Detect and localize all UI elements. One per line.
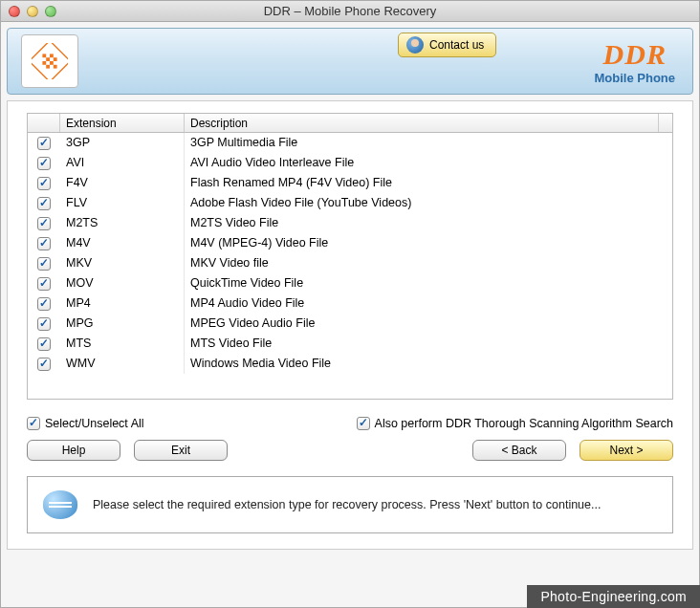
brand-subtitle: Mobile Phone — [595, 71, 676, 85]
close-icon[interactable] — [9, 6, 20, 17]
window-title: DDR – Mobile Phone Recovery — [1, 1, 699, 22]
row-description: MKV Video file — [185, 253, 672, 273]
row-extension: MTS — [60, 334, 185, 354]
thorough-scan-checkbox[interactable]: Also perform DDR Thorough Scanning Algor… — [357, 417, 673, 430]
row-extension: MP4 — [60, 293, 185, 314]
row-description: M4V (MPEG-4) Video File — [185, 233, 672, 253]
svg-rect-4 — [54, 57, 57, 61]
col-checkbox — [28, 114, 60, 132]
checkbox-icon — [37, 337, 51, 351]
person-icon — [406, 36, 424, 54]
checkbox-icon — [37, 297, 51, 311]
row-description: MTS Video File — [185, 334, 672, 354]
table-row[interactable]: F4VFlash Renamed MP4 (F4V Video) File — [28, 173, 672, 193]
row-extension: AVI — [60, 153, 185, 173]
row-extension: FLV — [60, 193, 185, 213]
table-row[interactable]: MKVMKV Video file — [28, 253, 672, 273]
select-all-checkbox[interactable]: Select/Unselect All — [27, 417, 144, 430]
row-checkbox[interactable] — [28, 334, 60, 354]
table-row[interactable]: MTSMTS Video File — [28, 334, 672, 354]
window-controls — [1, 6, 56, 17]
row-extension: MKV — [60, 253, 185, 273]
svg-rect-7 — [46, 65, 50, 69]
checkbox-icon — [37, 358, 51, 371]
row-description: MPEG Video Audio File — [185, 314, 672, 334]
table-row[interactable]: 3GP3GP Multimedia File — [28, 133, 672, 153]
svg-rect-8 — [54, 65, 57, 69]
checkbox-icon — [37, 257, 51, 271]
hint-text: Please select the required extension typ… — [93, 496, 601, 514]
row-description: Windows Media Video File — [185, 354, 672, 374]
row-checkbox[interactable] — [28, 133, 60, 153]
exit-button[interactable]: Exit — [134, 440, 228, 461]
row-checkbox[interactable] — [28, 213, 60, 233]
speech-bubble-icon — [43, 490, 77, 519]
checkbox-icon — [37, 137, 51, 150]
table-body: 3GP3GP Multimedia FileAVIAVI Audio Video… — [28, 133, 672, 374]
row-description: MP4 Audio Video File — [185, 293, 672, 314]
contact-us-label: Contact us — [429, 38, 484, 52]
select-all-label: Select/Unselect All — [45, 417, 144, 430]
table-row[interactable]: AVIAVI Audio Video Interleave File — [28, 153, 672, 173]
row-description: QuickTime Video File — [185, 273, 672, 293]
row-checkbox[interactable] — [28, 153, 60, 173]
svg-rect-2 — [50, 54, 54, 57]
checkbox-icon — [37, 197, 51, 210]
checkbox-icon — [37, 277, 51, 291]
svg-rect-5 — [42, 61, 46, 65]
table-row[interactable]: MP4MP4 Audio Video File — [28, 293, 672, 314]
checkbox-icon — [27, 417, 40, 430]
row-description: Flash Renamed MP4 (F4V Video) File — [185, 173, 672, 193]
checkbox-icon — [37, 217, 51, 230]
titlebar[interactable]: DDR – Mobile Phone Recovery — [1, 1, 699, 22]
zoom-icon[interactable] — [45, 6, 56, 17]
row-checkbox[interactable] — [28, 354, 60, 374]
table-header: Extension Description — [28, 114, 672, 133]
minimize-icon[interactable] — [27, 6, 38, 17]
col-description[interactable]: Description — [185, 114, 659, 132]
checkbox-icon — [357, 417, 370, 430]
row-extension: M2TS — [60, 213, 185, 233]
col-extension[interactable]: Extension — [60, 114, 185, 132]
header-banner: Contact us DDR Mobile Phone — [7, 28, 693, 95]
extension-table: Extension Description 3GP3GP Multimedia … — [27, 113, 673, 400]
svg-rect-1 — [42, 54, 46, 57]
checkbox-icon — [37, 237, 51, 250]
row-checkbox[interactable] — [28, 253, 60, 273]
button-row: Help Exit < Back Next > — [27, 440, 673, 461]
back-button[interactable]: < Back — [472, 440, 566, 461]
hint-box: Please select the required extension typ… — [27, 476, 673, 533]
contact-us-button[interactable]: Contact us — [398, 33, 496, 57]
row-checkbox[interactable] — [28, 293, 60, 314]
logo-icon — [32, 43, 68, 79]
brand-title: DDR — [595, 38, 676, 71]
row-extension: MOV — [60, 273, 185, 293]
row-description: Adobe Flash Video File (YouTube Videos) — [185, 193, 672, 213]
row-checkbox[interactable] — [28, 193, 60, 213]
table-row[interactable]: FLVAdobe Flash Video File (YouTube Video… — [28, 193, 672, 213]
row-checkbox[interactable] — [28, 233, 60, 253]
brand: DDR Mobile Phone — [595, 38, 680, 85]
checkbox-icon — [37, 177, 51, 190]
table-row[interactable]: MOVQuickTime Video File — [28, 273, 672, 293]
table-row[interactable]: MPGMPEG Video Audio File — [28, 314, 672, 334]
table-row[interactable]: M4VM4V (MPEG-4) Video File — [28, 233, 672, 253]
help-button[interactable]: Help — [27, 440, 120, 461]
row-checkbox[interactable] — [28, 273, 60, 293]
row-checkbox[interactable] — [28, 314, 60, 334]
checkbox-icon — [37, 157, 51, 170]
row-checkbox[interactable] — [28, 173, 60, 193]
row-description: 3GP Multimedia File — [185, 133, 672, 153]
thorough-scan-label: Also perform DDR Thorough Scanning Algor… — [375, 417, 673, 430]
checkbox-icon — [37, 317, 51, 331]
content-panel: Extension Description 3GP3GP Multimedia … — [7, 100, 693, 550]
row-extension: 3GP — [60, 133, 185, 153]
table-row[interactable]: WMVWindows Media Video File — [28, 354, 672, 374]
svg-rect-6 — [50, 61, 54, 65]
next-button[interactable]: Next > — [580, 440, 673, 461]
row-extension: F4V — [60, 173, 185, 193]
app-window: DDR – Mobile Phone Recovery Contact us D… — [0, 0, 700, 608]
options-row: Select/Unselect All Also perform DDR Tho… — [27, 417, 673, 430]
table-row[interactable]: M2TSM2TS Video File — [28, 213, 672, 233]
row-extension: MPG — [60, 314, 185, 334]
